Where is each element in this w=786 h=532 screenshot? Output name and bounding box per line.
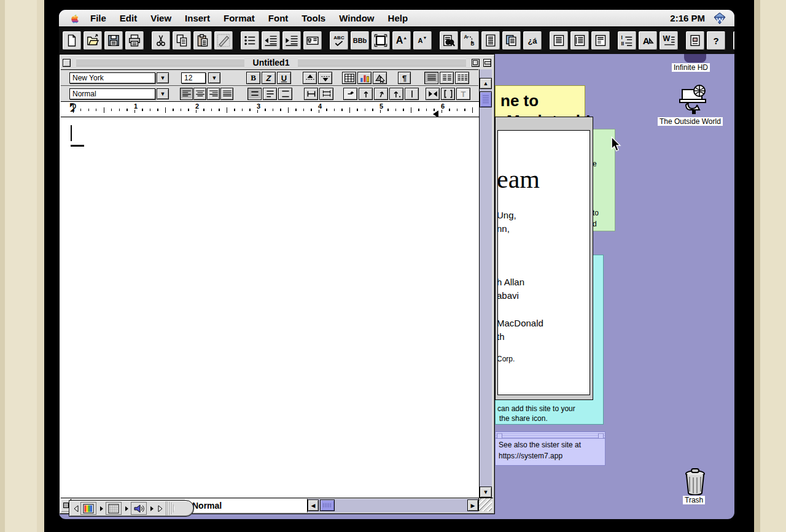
insert-table-button[interactable] [342, 72, 356, 84]
replace-button[interactable]: AB [460, 31, 480, 50]
font-name-dropdown[interactable]: ▼ [157, 72, 169, 83]
normal-view-button[interactable] [549, 31, 569, 50]
paste-button[interactable] [193, 31, 212, 50]
copy-button[interactable] [172, 31, 192, 50]
grow-font-button[interactable]: A▲ [392, 31, 411, 50]
space-before-button[interactable] [304, 88, 318, 100]
italic-button[interactable]: Z [262, 72, 276, 84]
style-dropdown[interactable]: ▼ [157, 88, 169, 99]
resolution-module[interactable] [106, 502, 122, 515]
module-expand-arrow[interactable] [147, 502, 156, 515]
indent-marker-left[interactable]: ◤◢ [70, 103, 74, 112]
scroll-left-button[interactable]: ◀ [308, 499, 319, 511]
text-tool-button[interactable]: T [456, 88, 470, 100]
purple-sticky-note[interactable]: See also the sister site at https://syst… [495, 431, 605, 466]
subscript-button[interactable] [318, 72, 332, 84]
color-depth-module[interactable] [80, 502, 96, 515]
save-button[interactable] [104, 31, 123, 50]
collapse-box[interactable] [483, 59, 491, 67]
onehalf-space-button[interactable] [263, 88, 277, 100]
shrink-font-button[interactable]: A▼ [413, 31, 432, 50]
menu-bar-clock[interactable]: 2:16 PM [670, 13, 705, 23]
menu-insert[interactable]: Insert [178, 13, 217, 23]
menu-edit[interactable]: Edit [113, 13, 144, 23]
purple-note-line2[interactable]: https://system7.app [499, 451, 562, 461]
scroll-down-button[interactable]: ▼ [480, 487, 492, 498]
show-paragraph-button[interactable]: ¶ [398, 72, 411, 84]
style-combo[interactable]: Normal [69, 88, 155, 99]
word-count-button[interactable]: W [659, 31, 679, 50]
print-button[interactable] [125, 31, 144, 50]
zoom-box[interactable] [472, 59, 480, 67]
single-space-button[interactable] [247, 88, 262, 100]
align-justify-button[interactable] [220, 88, 233, 100]
decimal-tab-button[interactable] [389, 88, 403, 100]
center-tab-button[interactable] [359, 88, 373, 100]
format-painter-button[interactable] [214, 31, 233, 50]
underline-button[interactable]: U [277, 72, 291, 84]
left-tab-button[interactable] [343, 88, 357, 100]
vertical-scrollbar[interactable]: ▲ ▼ [479, 69, 492, 498]
scroll-right-button[interactable]: ▶ [467, 499, 478, 511]
more-tools-button[interactable] [733, 31, 734, 50]
ruler[interactable]: 0 1 2 3 4 5 6 ◤◢ [61, 101, 480, 117]
menu-format[interactable]: Format [217, 13, 262, 23]
insert-chart-button[interactable] [357, 72, 372, 84]
frame-button[interactable] [371, 31, 391, 50]
spelling-button[interactable]: ABC [329, 31, 349, 50]
control-strip-right-arrow[interactable] [156, 502, 165, 515]
team-window[interactable]: eam Ung, nn, h Allan abavi MacDonald th … [495, 117, 593, 400]
bulleted-list-button[interactable] [240, 31, 260, 50]
sticky-note-titlebar[interactable] [496, 432, 605, 439]
font-name-combo[interactable]: New York [69, 72, 155, 83]
superscript-button[interactable] [303, 72, 317, 84]
menu-font[interactable]: Font [262, 13, 295, 23]
font-size-combo[interactable]: 12 [181, 72, 206, 83]
open-button[interactable] [83, 31, 103, 50]
font-styles-button[interactable]: A [638, 31, 658, 50]
module-expand-arrow[interactable] [122, 502, 131, 515]
document-layout-button[interactable] [481, 31, 500, 50]
trash-icon[interactable] [682, 467, 709, 495]
outline-view-button[interactable]: III [617, 31, 637, 50]
cut-button[interactable] [151, 31, 171, 50]
drawing-button[interactable] [685, 31, 705, 50]
document-page[interactable] [61, 118, 480, 498]
find-button[interactable] [439, 31, 459, 50]
scroll-up-button[interactable]: ▲ [480, 78, 492, 89]
columns-two-button[interactable] [440, 72, 454, 84]
versions-button[interactable] [502, 31, 521, 50]
fit-text-button[interactable] [426, 88, 440, 100]
brackets-button[interactable] [441, 88, 455, 100]
module-expand-arrow[interactable] [97, 502, 106, 515]
trash-label[interactable]: Trash [683, 496, 705, 504]
control-strip-left-arrow[interactable] [72, 502, 80, 515]
decrease-indent-button[interactable] [261, 31, 281, 50]
menu-help[interactable]: Help [381, 13, 415, 23]
international-button[interactable]: ¿á [523, 31, 542, 50]
sound-volume-module[interactable] [131, 502, 147, 515]
control-strip[interactable] [69, 500, 194, 517]
align-center-button[interactable] [193, 88, 206, 100]
horizontal-scroll-thumb[interactable] [320, 499, 335, 511]
menu-tools[interactable]: Tools [295, 13, 332, 23]
word-app-menu-icon[interactable] [714, 12, 726, 25]
new-document-button[interactable] [62, 31, 82, 50]
envelope-button[interactable] [303, 31, 322, 50]
vertical-scroll-thumb[interactable] [480, 91, 492, 107]
close-box[interactable] [63, 59, 71, 67]
window-titlebar[interactable]: Untitled1 [61, 56, 493, 69]
menu-window[interactable]: Window [332, 13, 381, 23]
apple-menu-icon[interactable] [69, 13, 80, 24]
bold-button[interactable]: B [246, 72, 260, 84]
double-space-button[interactable] [278, 88, 292, 100]
infinite-hd-label[interactable]: Infinite HD [672, 63, 710, 72]
font-size-dropdown[interactable]: ▼ [208, 72, 220, 83]
menu-view[interactable]: View [144, 13, 178, 23]
horizontal-scrollbar[interactable]: ◀ ▶ [308, 499, 478, 512]
bar-tab-button[interactable] [405, 88, 419, 100]
control-strip-tab[interactable] [166, 501, 174, 515]
insert-object-button[interactable] [373, 72, 387, 84]
right-tab-button[interactable] [374, 88, 388, 100]
outside-world-label[interactable]: The Outside World [658, 117, 723, 126]
